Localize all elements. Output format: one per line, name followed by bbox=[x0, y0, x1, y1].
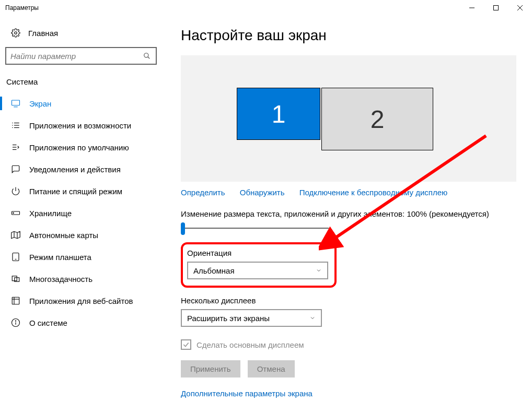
sidebar-item-about[interactable]: О системе bbox=[0, 312, 162, 334]
storage-icon bbox=[9, 208, 22, 218]
sidebar-item-multitasking[interactable]: Многозадачность bbox=[0, 268, 162, 290]
window-title: Параметры bbox=[5, 4, 460, 11]
sidebar-item-label: Приложения для веб-сайтов bbox=[29, 297, 133, 305]
gear-icon bbox=[9, 28, 22, 38]
identify-link[interactable]: Определить bbox=[181, 188, 225, 197]
orientation-dropdown[interactable]: Альбомная bbox=[187, 262, 328, 279]
monitor-number: 2 bbox=[371, 105, 385, 134]
sidebar-item-label: Автономные карты bbox=[29, 231, 98, 240]
search-box[interactable] bbox=[5, 47, 157, 65]
svg-line-6 bbox=[148, 57, 150, 59]
cancel-button[interactable]: Отмена bbox=[248, 360, 295, 377]
sidebar-item-label: О системе bbox=[29, 318, 67, 327]
multi-display-dropdown[interactable]: Расширить эти экраны bbox=[181, 309, 322, 327]
multi-display-label: Несколько дисплеев bbox=[181, 296, 516, 305]
page-title: Настройте ваш экран bbox=[181, 27, 516, 44]
sidebar-item-maps[interactable]: Автономные карты bbox=[0, 224, 162, 246]
sidebar: Главная Система Экран Приложения и возмо… bbox=[0, 16, 162, 413]
slider-thumb[interactable] bbox=[181, 222, 185, 235]
sidebar-item-tablet[interactable]: Режим планшета bbox=[0, 246, 162, 268]
search-icon bbox=[142, 52, 152, 60]
main-content: Настройте ваш экран 1 2 Определить Обнар… bbox=[162, 16, 532, 413]
chevron-down-icon bbox=[309, 315, 316, 321]
sidebar-item-power[interactable]: Питание и спящий режим bbox=[0, 180, 162, 202]
sidebar-item-label: Режим планшета bbox=[29, 253, 91, 262]
list-icon bbox=[9, 121, 22, 130]
multitask-icon bbox=[9, 274, 22, 284]
chat-icon bbox=[9, 164, 22, 174]
advanced-display-link[interactable]: Дополнительные параметры экрана bbox=[181, 389, 313, 398]
sidebar-item-label: Экран bbox=[29, 99, 51, 108]
minimize-button[interactable] bbox=[460, 0, 484, 16]
home-label: Главная bbox=[28, 29, 58, 38]
titlebar: Параметры bbox=[0, 0, 532, 16]
sidebar-item-webapps[interactable]: Приложения для веб-сайтов bbox=[0, 290, 162, 312]
maximize-button[interactable] bbox=[484, 0, 508, 16]
tablet-icon bbox=[9, 252, 22, 262]
main-display-checkbox-row: Сделать основным дисплеем bbox=[181, 339, 516, 350]
monitor-icon bbox=[9, 99, 22, 108]
svg-rect-24 bbox=[13, 253, 19, 261]
orientation-value: Альбомная bbox=[193, 266, 235, 275]
main-display-checkbox[interactable] bbox=[181, 339, 191, 350]
sidebar-item-default-apps[interactable]: Приложения по умолчанию bbox=[0, 136, 162, 158]
sidebar-item-storage[interactable]: Хранилище bbox=[0, 202, 162, 224]
orientation-highlight: Ориентация Альбомная bbox=[181, 242, 337, 288]
sidebar-item-notifications[interactable]: Уведомления и действия bbox=[0, 158, 162, 180]
sidebar-item-label: Приложения по умолчанию bbox=[29, 143, 129, 152]
wireless-link[interactable]: Подключение к беспроводному дисплею bbox=[299, 188, 448, 197]
info-icon bbox=[9, 318, 22, 327]
svg-marker-21 bbox=[11, 231, 20, 239]
power-icon bbox=[9, 186, 22, 196]
svg-point-31 bbox=[15, 321, 16, 321]
sidebar-item-label: Многозадачность bbox=[29, 275, 92, 284]
sidebar-item-label: Хранилище bbox=[29, 209, 72, 218]
chevron-down-icon bbox=[316, 267, 322, 274]
map-icon bbox=[9, 230, 22, 240]
close-button[interactable] bbox=[508, 0, 532, 16]
svg-rect-28 bbox=[12, 297, 19, 304]
sidebar-item-label: Питание и спящий режим bbox=[29, 187, 122, 196]
svg-rect-1 bbox=[494, 6, 499, 10]
svg-point-4 bbox=[15, 32, 17, 34]
sidebar-item-label: Уведомления и действия bbox=[29, 165, 121, 174]
webapps-icon bbox=[9, 296, 22, 305]
main-display-label: Сделать основным дисплеем bbox=[196, 340, 304, 349]
svg-point-5 bbox=[144, 53, 148, 57]
sidebar-item-display[interactable]: Экран bbox=[0, 92, 162, 114]
defaults-icon bbox=[9, 143, 22, 152]
home-nav[interactable]: Главная bbox=[0, 23, 162, 43]
apply-button[interactable]: Применить bbox=[181, 360, 240, 377]
sidebar-item-label: Приложения и возможности bbox=[29, 121, 131, 130]
svg-point-20 bbox=[13, 213, 14, 214]
monitor-2[interactable]: 2 bbox=[321, 88, 433, 150]
sidebar-item-apps[interactable]: Приложения и возможности bbox=[0, 114, 162, 136]
search-input[interactable] bbox=[10, 52, 142, 61]
display-actions: Определить Обнаружить Подключение к бесп… bbox=[181, 188, 516, 197]
button-row: Применить Отмена bbox=[181, 360, 516, 377]
monitor-1[interactable]: 1 bbox=[237, 88, 320, 140]
scaling-slider[interactable] bbox=[181, 222, 329, 235]
monitor-number: 1 bbox=[272, 100, 286, 128]
window-controls bbox=[460, 0, 532, 16]
section-header: Система bbox=[0, 74, 162, 92]
display-arrangement[interactable]: 1 2 bbox=[181, 55, 516, 182]
detect-link[interactable]: Обнаружить bbox=[240, 188, 285, 197]
scaling-label: Изменение размера текста, приложений и д… bbox=[181, 209, 516, 218]
svg-rect-7 bbox=[12, 100, 20, 105]
orientation-label: Ориентация bbox=[187, 249, 328, 257]
multi-display-value: Расширить эти экраны bbox=[187, 314, 270, 323]
slider-track bbox=[181, 228, 329, 229]
